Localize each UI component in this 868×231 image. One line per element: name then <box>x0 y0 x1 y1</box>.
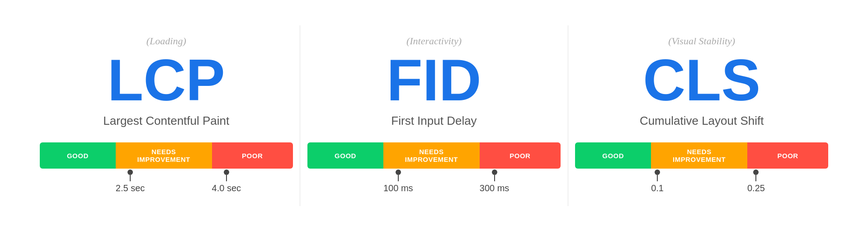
cls-marker-label: 0.25 <box>747 183 765 193</box>
lcp-name: Largest Contentful Paint <box>103 114 229 128</box>
fid-marker-line <box>398 175 399 181</box>
cls-bar-container: GOODNEEDS IMPROVEMENTPOOR0.10.25 <box>575 142 828 196</box>
lcp-marker-label: 4.0 sec <box>212 183 241 193</box>
fid-name: First Input Delay <box>391 114 476 128</box>
lcp-marker-dot <box>224 170 229 175</box>
cls-markers: 0.10.25 <box>575 169 828 196</box>
cls-bar-good: GOOD <box>575 142 651 169</box>
fid-abbr: FID <box>387 51 481 109</box>
cls-abbr: CLS <box>643 51 760 109</box>
fid-category: (Interactivity) <box>406 35 462 47</box>
lcp-marker-line <box>130 175 131 181</box>
lcp-category: (Loading) <box>146 35 186 47</box>
cls-marker: 0.1 <box>651 169 664 193</box>
lcp-bar-good: GOOD <box>40 142 116 169</box>
fid-marker-label: 300 ms <box>480 183 509 193</box>
lcp-marker-dot <box>127 170 133 175</box>
lcp-bar: GOODNEEDS IMPROVEMENTPOOR <box>40 142 293 169</box>
cls-bar-poor: POOR <box>747 142 828 169</box>
metric-lcp: (Loading)LCPLargest Contentful PaintGOOD… <box>40 35 293 196</box>
fid-bar: GOODNEEDS IMPROVEMENTPOOR <box>307 142 561 169</box>
lcp-marker: 4.0 sec <box>212 169 241 193</box>
cls-marker-line <box>755 175 756 181</box>
cls-marker-dot <box>655 170 660 175</box>
cls-bar-needs: NEEDS IMPROVEMENT <box>651 142 747 169</box>
fid-marker-dot <box>396 170 401 175</box>
cls-marker-line <box>657 175 658 181</box>
fid-bar-container: GOODNEEDS IMPROVEMENTPOOR100 ms300 ms <box>307 142 561 196</box>
fid-bar-good: GOOD <box>307 142 383 169</box>
fid-marker: 100 ms <box>383 169 413 193</box>
cls-marker-label: 0.1 <box>651 183 664 193</box>
lcp-marker-label: 2.5 sec <box>116 183 145 193</box>
fid-marker: 300 ms <box>480 169 509 193</box>
lcp-abbr: LCP <box>108 51 225 109</box>
lcp-bar-poor: POOR <box>212 142 293 169</box>
main-container: (Loading)LCPLargest Contentful PaintGOOD… <box>0 25 868 206</box>
cls-name: Cumulative Layout Shift <box>640 114 764 128</box>
cls-category: (Visual Stability) <box>668 35 735 47</box>
fid-marker-label: 100 ms <box>383 183 413 193</box>
metric-cls: (Visual Stability)CLSCumulative Layout S… <box>575 35 828 196</box>
lcp-bar-container: GOODNEEDS IMPROVEMENTPOOR2.5 sec4.0 sec <box>40 142 293 196</box>
fid-marker-line <box>494 175 495 181</box>
divider <box>300 25 300 206</box>
lcp-markers: 2.5 sec4.0 sec <box>40 169 293 196</box>
cls-bar: GOODNEEDS IMPROVEMENTPOOR <box>575 142 828 169</box>
cls-marker-dot <box>753 170 759 175</box>
fid-markers: 100 ms300 ms <box>307 169 561 196</box>
cls-marker: 0.25 <box>747 169 765 193</box>
lcp-marker-line <box>226 175 227 181</box>
divider <box>568 25 568 206</box>
lcp-bar-needs: NEEDS IMPROVEMENT <box>116 142 212 169</box>
fid-marker-dot <box>492 170 497 175</box>
metric-fid: (Interactivity)FIDFirst Input DelayGOODN… <box>307 35 561 196</box>
fid-bar-poor: POOR <box>480 142 561 169</box>
fid-bar-needs: NEEDS IMPROVEMENT <box>383 142 480 169</box>
lcp-marker: 2.5 sec <box>116 169 145 193</box>
